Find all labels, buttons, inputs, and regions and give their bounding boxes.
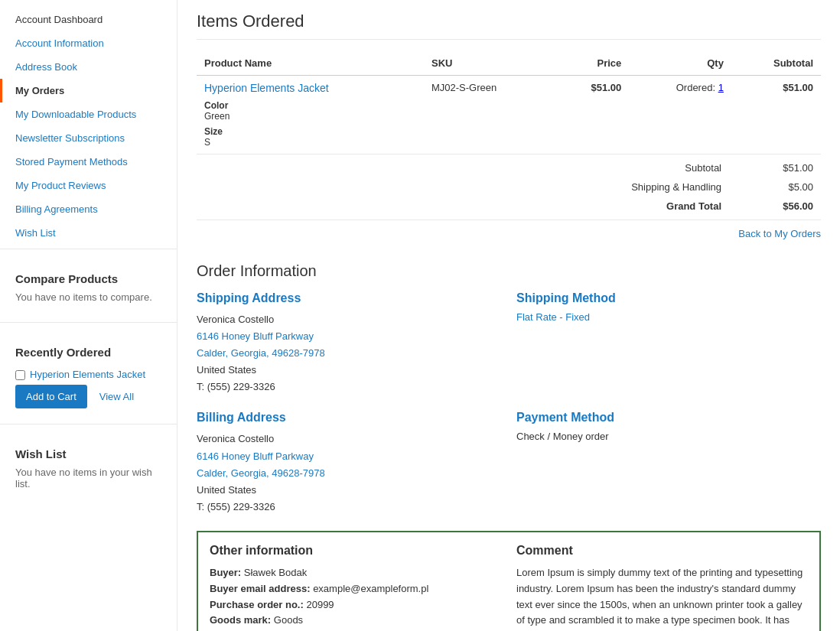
- back-link-row: Back to My Orders: [197, 220, 821, 247]
- size-label: Size: [204, 126, 416, 137]
- other-information-block: Other information Buyer: Sławek Bodak Bu…: [210, 544, 501, 631]
- comment-text: Lorem Ipsum is simply dummy text of the …: [516, 565, 808, 631]
- comment-block: Comment Lorem Ipsum is simply dummy text…: [516, 544, 808, 631]
- goods-mark-info: Goods mark: Goods: [210, 613, 501, 629]
- subtotal-row: Subtotal $51.00: [197, 158, 821, 177]
- recently-ordered-product-link[interactable]: Hyperion Elements Jacket: [30, 369, 145, 380]
- buyer-label: Buyer:: [210, 567, 241, 578]
- sidebar-item-newsletter-subscriptions[interactable]: Newsletter Subscriptions: [0, 126, 177, 150]
- sidebar-item-account-dashboard[interactable]: Account Dashboard: [0, 8, 177, 31]
- buyer-value: Sławek Bodak: [244, 567, 307, 578]
- wish-list-title: Wish List: [15, 447, 161, 460]
- qty-ordered-label: Ordered:: [676, 82, 715, 93]
- compare-products-title: Compare Products: [15, 272, 161, 285]
- buyer-email-info: Buyer email address: example@exampleform…: [210, 581, 501, 597]
- goods-mark-value: Goods: [274, 614, 303, 626]
- recently-ordered-item: Hyperion Elements Jacket Add to Cart Vie…: [15, 365, 161, 412]
- product-name-link[interactable]: Hyperion Elements Jacket: [204, 82, 329, 94]
- shipping-address-heading: Shipping Address: [197, 291, 501, 305]
- sidebar-item-billing-agreements[interactable]: Billing Agreements: [0, 197, 177, 221]
- add-to-cart-button[interactable]: Add to Cart: [15, 385, 87, 408]
- recently-ordered-checkbox-wrap: Hyperion Elements Jacket: [15, 369, 161, 380]
- wish-list-section: Wish List You have no items in your wish…: [0, 440, 177, 505]
- other-information-section: Other information Buyer: Sławek Bodak Bu…: [197, 531, 821, 631]
- recently-ordered-title: Recently Ordered: [15, 346, 161, 359]
- shipping-method-value: Flat Rate - Fixed: [516, 311, 821, 323]
- billing-address-heading: Billing Address: [197, 411, 501, 424]
- compare-products-section: Compare Products You have no items to co…: [0, 265, 177, 318]
- shipping-name: Veronica Costello: [197, 311, 501, 328]
- billing-address-block: Billing Address Veronica Costello 6146 H…: [197, 411, 501, 515]
- subtotal-value: $51.00: [729, 158, 821, 177]
- sidebar-item-my-orders[interactable]: My Orders: [0, 79, 177, 102]
- totals-table: Subtotal $51.00 Shipping & Handling $5.0…: [197, 158, 821, 216]
- order-information-title: Order Information: [197, 262, 821, 280]
- recently-ordered-section: Recently Ordered Hyperion Elements Jacke…: [0, 338, 177, 420]
- sidebar-item-stored-payment-methods[interactable]: Stored Payment Methods: [0, 150, 177, 174]
- items-ordered-table: Product Name SKU Price Qty Subtotal Hype…: [197, 51, 821, 154]
- shipping-row: Shipping & Handling $5.00: [197, 177, 821, 197]
- shipping-method-block: Shipping Method Flat Rate - Fixed: [516, 291, 821, 395]
- billing-address-text: Veronica Costello 6146 Honey Bluff Parkw…: [197, 431, 501, 515]
- payment-method-heading: Payment Method: [516, 411, 821, 424]
- order-info-grid: Shipping Address Veronica Costello 6146 …: [197, 291, 821, 516]
- shipping-method-heading: Shipping Method: [516, 291, 821, 305]
- buyer-email-label: Buyer email address:: [210, 583, 311, 594]
- product-sku-cell: MJ02-S-Green: [424, 76, 555, 154]
- billing-city-link[interactable]: Calder, Georgia, 49628-7978: [197, 467, 325, 479]
- back-to-orders-link[interactable]: Back to My Orders: [738, 228, 821, 239]
- col-sku: SKU: [424, 51, 555, 76]
- other-information-heading: Other information: [210, 544, 501, 558]
- shipping-city-link[interactable]: Calder, Georgia, 49628-7978: [197, 347, 325, 359]
- sidebar-item-downloadable-products[interactable]: My Downloadable Products: [0, 102, 177, 126]
- shipping-address-text: Veronica Costello 6146 Honey Bluff Parkw…: [197, 311, 501, 395]
- purchase-order-label: Purchase order no.:: [210, 599, 304, 610]
- sidebar-item-wish-list[interactable]: Wish List: [0, 221, 177, 245]
- size-value: S: [204, 137, 416, 148]
- billing-street-link[interactable]: 6146 Honey Bluff Parkway: [197, 450, 314, 462]
- billing-name: Veronica Costello: [197, 431, 501, 447]
- sidebar-divider-3: [0, 424, 177, 424]
- col-price: Price: [555, 51, 629, 76]
- sidebar-item-my-product-reviews[interactable]: My Product Reviews: [0, 174, 177, 197]
- grand-total-value: $56.00: [729, 197, 821, 216]
- grand-total-label: Grand Total: [264, 197, 729, 216]
- grand-total-row: Grand Total $56.00: [197, 197, 821, 216]
- product-subtotal-cell: $51.00: [731, 76, 821, 154]
- color-value: Green: [204, 111, 416, 122]
- col-subtotal: Subtotal: [731, 51, 821, 76]
- shipping-label: Shipping & Handling: [264, 177, 729, 197]
- purchase-order-value: 20999: [306, 599, 334, 610]
- col-product-name: Product Name: [197, 51, 424, 76]
- product-price-cell: $51.00: [555, 76, 629, 154]
- payment-method-value: Check / Money order: [516, 431, 821, 442]
- billing-country: United States: [197, 484, 256, 496]
- color-label: Color: [204, 100, 416, 111]
- sidebar-item-account-information[interactable]: Account Information: [0, 31, 177, 55]
- wish-list-empty-text: You have no items in your wish list.: [15, 467, 161, 490]
- subtotal-label: Subtotal: [264, 158, 729, 177]
- buyer-info: Buyer: Sławek Bodak: [210, 565, 501, 581]
- buyer-email-value: example@exampleform.pl: [313, 583, 428, 594]
- table-row: Hyperion Elements Jacket Color Green Siz…: [197, 76, 821, 154]
- sidebar-divider-2: [0, 322, 177, 323]
- shipping-address-block: Shipping Address Veronica Costello 6146 …: [197, 291, 501, 395]
- view-all-link[interactable]: View All: [99, 391, 134, 402]
- sidebar: Account Dashboard Account Information Ad…: [0, 0, 177, 631]
- comment-heading: Comment: [516, 544, 808, 558]
- compare-products-empty-text: You have no items to compare.: [15, 291, 161, 303]
- items-ordered-title: Items Ordered: [197, 11, 821, 40]
- sidebar-item-address-book[interactable]: Address Book: [0, 55, 177, 79]
- main-content: Items Ordered Product Name SKU Price Qty…: [177, 0, 840, 631]
- shipping-street-link[interactable]: 6146 Honey Bluff Parkway: [197, 330, 314, 342]
- payment-method-block: Payment Method Check / Money order: [516, 411, 821, 515]
- qty-ordered-value[interactable]: 1: [718, 82, 724, 93]
- goods-mark-label: Goods mark:: [210, 614, 271, 626]
- sidebar-divider-1: [0, 249, 177, 249]
- purchase-order-info: Purchase order no.: 20999: [210, 597, 501, 613]
- recently-ordered-checkbox[interactable]: [15, 370, 25, 380]
- shipping-phone: T: (555) 229-3326: [197, 381, 275, 392]
- shipping-value: $5.00: [729, 177, 821, 197]
- shipping-country: United States: [197, 364, 256, 376]
- product-info-cell: Hyperion Elements Jacket Color Green Siz…: [197, 76, 424, 154]
